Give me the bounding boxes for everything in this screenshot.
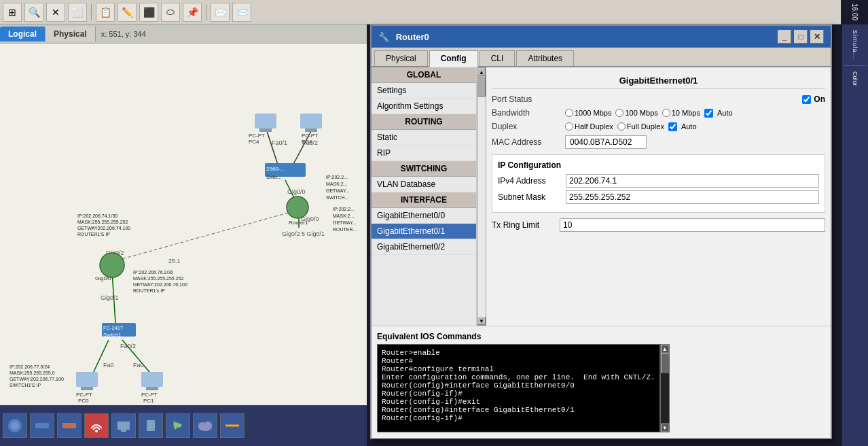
ipv4-input[interactable] [566, 174, 819, 188]
duplex-half-radio[interactable] [565, 122, 573, 131]
device-phone[interactable] [166, 413, 190, 438]
svg-rect-69 [35, 423, 49, 428]
settings-item[interactable]: Settings [372, 83, 476, 99]
left-panel-scrollbar[interactable]: ▲ ▼ [477, 67, 486, 326]
bandwidth-options: 1000 Mbps 100 Mbps 10 Mbps Auto [565, 109, 733, 118]
network-diagram: Fa0/1 Fa0/2 Gig0/0 Gig0/0 Gig0/2 25.1 Gi… [0, 44, 367, 405]
subnet-input[interactable] [566, 190, 819, 204]
svg-text:ROUTER1's IP: ROUTER1's IP [133, 288, 165, 293]
svg-rect-26 [305, 128, 317, 132]
duplex-half: Half Duplex [565, 122, 613, 131]
svg-rect-38 [76, 372, 98, 387]
vlan-item[interactable]: VLAN Database [372, 177, 476, 192]
svg-text:Gig0/0: Gig0/0 [287, 188, 306, 195]
bandwidth-row: Bandwidth 1000 Mbps 100 Mbps 10 Mbps [492, 108, 825, 118]
scroll-thumb[interactable] [477, 76, 486, 97]
svg-text:IP:202.2...: IP:202.2... [333, 207, 355, 211]
gig0-item[interactable]: GigabitEthernet0/0 [372, 208, 476, 224]
email-tool[interactable]: ✉️ [211, 3, 230, 22]
tab-cli[interactable]: CLI [480, 50, 516, 66]
ip-config-title: IP Configuration [498, 160, 819, 170]
tab-attributes[interactable]: Attributes [516, 50, 574, 66]
right-panel: GigabitEthernet0/1 Port Status On Bandwi… [486, 67, 831, 326]
minimize-btn[interactable]: _ [778, 30, 791, 44]
svg-rect-0 [0, 58, 367, 391]
tab-physical[interactable]: Physical [374, 50, 428, 66]
svg-text:GETWAY...: GETWAY... [326, 188, 350, 193]
tab-config[interactable]: Config [429, 50, 478, 67]
port-status-checkbox[interactable] [802, 95, 811, 104]
duplex-half-label: Half Duplex [575, 122, 613, 131]
bw-10-radio[interactable] [662, 109, 670, 117]
tab-logical[interactable]: Logical [0, 27, 46, 41]
device-hub[interactable] [57, 413, 82, 438]
tab-physical[interactable]: Physical [46, 27, 96, 41]
select-tool[interactable]: ⊞ [3, 3, 22, 22]
svg-rect-72 [117, 422, 130, 430]
device-switch[interactable] [30, 413, 54, 438]
ipv4-label: IPv4 Address [498, 176, 566, 186]
switching-header[interactable]: SWITCHING [372, 161, 476, 177]
maximize-btn[interactable]: □ [794, 30, 808, 44]
duplex-full-radio[interactable] [617, 122, 626, 131]
ellipse-tool[interactable]: ⬭ [161, 3, 180, 22]
algorithm-settings-item[interactable]: Algorithm Settings [372, 99, 476, 114]
scroll-track [477, 76, 486, 317]
ios-terminal[interactable]: Router>enable Router# Router#configure t… [377, 344, 660, 432]
device-server[interactable] [139, 413, 163, 438]
svg-text:Switch1: Switch1 [103, 332, 121, 338]
device-cloud[interactable] [193, 413, 217, 438]
ios-scroll-thumb[interactable] [661, 353, 669, 373]
mac-address-label: MAC Address [492, 137, 560, 147]
bw-100-radio[interactable] [615, 109, 623, 117]
svg-text:PC0: PC0 [78, 398, 89, 404]
gig2-item[interactable]: GigabitEthernet0/2 [372, 239, 476, 255]
rect-tool[interactable]: ⬛ [139, 3, 158, 22]
scroll-up-btn[interactable]: ▲ [477, 68, 486, 76]
zoom-tool[interactable]: 🔍 [24, 3, 43, 22]
duplex-auto-checkbox[interactable] [668, 122, 677, 131]
rip-item[interactable]: RIP [372, 145, 476, 161]
svg-text:IP:202.2...: IP:202.2... [326, 175, 348, 179]
router-dialog: 🔧 Router0 _ □ ✕ Physical Config CLI Attr… [370, 24, 832, 439]
device-router[interactable] [3, 413, 27, 438]
close-btn[interactable]: ✕ [810, 30, 824, 44]
ios-scroll-up[interactable]: ▲ [661, 345, 669, 353]
pen-tool[interactable]: ✏️ [117, 3, 137, 22]
ipv4-row: IPv4 Address [498, 174, 819, 188]
static-item[interactable]: Static [372, 130, 476, 145]
device-pc[interactable] [111, 413, 136, 438]
main-toolbar: ⊞ 🔍 ✕ ⬜ 📋 ✏️ ⬛ ⬭ 📌 ✉️ 📨 16:00 [0, 0, 868, 24]
divider2 [206, 4, 206, 20]
bw-10-label: 10 Mbps [672, 109, 700, 117]
gig1-item[interactable]: GigabitEthernet0/1 [372, 224, 476, 239]
rect-select-tool[interactable]: ⬜ [68, 3, 87, 22]
svg-text:PC-PT: PC-PT [249, 133, 265, 139]
scroll-down-btn[interactable]: ▼ [477, 317, 486, 325]
cancel-tool[interactable]: ✕ [46, 3, 65, 22]
interface-header[interactable]: INTERFACE [372, 192, 476, 208]
ios-scroll-down[interactable]: ▼ [661, 424, 669, 432]
svg-text:IP:202.206.76.2/30: IP:202.206.76.2/30 [133, 270, 173, 275]
ios-scrollbar[interactable]: ▲ ▼ [660, 344, 670, 432]
divider [844, 65, 867, 66]
svg-point-34 [100, 253, 124, 277]
tx-ring-input[interactable] [560, 218, 825, 232]
bw-1000-radio[interactable] [565, 109, 573, 117]
dialog-tabs: Physical Config CLI Attributes [372, 48, 831, 67]
color-label[interactable]: Color [852, 71, 858, 86]
svg-text:PC1: PC1 [143, 398, 154, 404]
bw-1000-label: 1000 Mbps [575, 109, 611, 117]
note-tool[interactable]: 📋 [96, 3, 115, 22]
simulate-label[interactable]: Simula... [852, 30, 858, 60]
routing-header[interactable]: ROUTING [372, 114, 476, 130]
device-wireless[interactable] [84, 413, 109, 438]
global-header[interactable]: GLOBAL [372, 67, 476, 83]
tx-ring-row: Tx Ring Limit [492, 218, 825, 232]
device-cable[interactable] [220, 413, 245, 438]
pencil-tool[interactable]: 📌 [183, 3, 202, 22]
svg-text:IP:202.206.77.0/24: IP:202.206.77.0/24 [10, 364, 50, 369]
packet-tool[interactable]: 📨 [232, 3, 251, 22]
bw-auto-checkbox[interactable] [704, 109, 713, 118]
svg-text:MASK:255.255.255.0: MASK:255.255.255.0 [10, 371, 55, 375]
